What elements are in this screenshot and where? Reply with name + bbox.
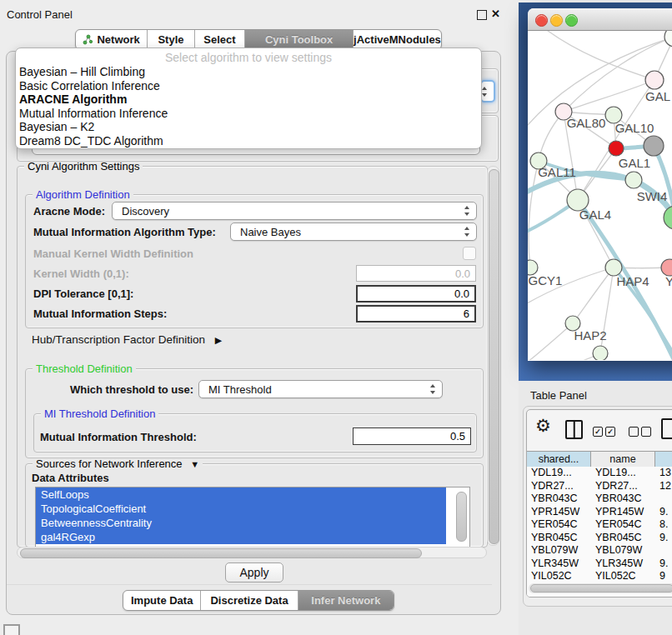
- attribute-item[interactable]: BetweennessCentrality: [36, 516, 446, 530]
- control-panel-title: Control Panel: [7, 8, 73, 21]
- algorithm-dropdown-popup: Select algorithm to view settings Bayesi…: [15, 48, 482, 149]
- network-edge[interactable]: [573, 268, 614, 323]
- table-cell: YBL079W: [527, 544, 591, 558]
- sources-group-title[interactable]: Sources for Network Inference ▼: [33, 458, 203, 470]
- tab-cyni-toolbox[interactable]: Cyni Toolbox: [245, 30, 354, 49]
- sources-title-label: Sources for Network Inference: [36, 458, 183, 470]
- mi-steps-field[interactable]: 6: [356, 305, 476, 322]
- network-edge[interactable]: [529, 161, 539, 268]
- table-row[interactable]: YDL19...YDL19...13: [527, 467, 672, 480]
- algorithm-combo-spinner[interactable]: [480, 80, 495, 102]
- table-row[interactable]: YER054CYER054C8.: [527, 518, 672, 532]
- algorithm-option[interactable]: Basic Correlation Inference: [16, 79, 481, 93]
- network-canvas[interactable]: GALGAL80GAL10GAL1GAL11SWI4GAL4GCY1HAP4YH…: [528, 31, 672, 360]
- algorithm-option[interactable]: Bayesian – Hill Climbing: [16, 65, 481, 79]
- network-node-gal1[interactable]: [609, 141, 624, 156]
- zoom-traffic-light-icon[interactable]: [565, 14, 578, 27]
- network-node-y[interactable]: [661, 259, 672, 276]
- attribute-item[interactable]: TopologicalCoefficient: [36, 502, 446, 516]
- docked-panel-icon[interactable]: [3, 624, 20, 635]
- table-cell: YLR345W: [527, 558, 591, 571]
- tab-impute-data[interactable]: Impute Data: [123, 591, 201, 610]
- settings-hscrollbar-thumb[interactable]: [20, 548, 422, 558]
- columns-icon[interactable]: [565, 420, 583, 439]
- checked-checkbox-icon[interactable]: ✓: [593, 427, 603, 437]
- network-node[interactable]: [664, 206, 672, 229]
- table-hscrollbar-track[interactable]: [529, 583, 672, 593]
- table-cell: YER054C: [591, 518, 655, 532]
- network-edge[interactable]: [541, 31, 654, 80]
- close-traffic-light-icon[interactable]: [535, 14, 548, 27]
- table-row[interactable]: YBR043CYBR043C: [527, 492, 672, 506]
- tab-discretize-data[interactable]: Discretize Data: [201, 591, 298, 610]
- tab-infer-network[interactable]: Infer Network: [298, 591, 394, 610]
- attribute-item[interactable]: SelfLoops: [36, 488, 446, 502]
- network-node[interactable]: [593, 346, 608, 360]
- node-label: GAL4: [579, 208, 611, 222]
- close-icon[interactable]: ✕: [491, 8, 500, 20]
- unchecked-checkbox-icon[interactable]: [629, 427, 639, 437]
- network-node[interactable]: [644, 136, 664, 156]
- network-edge[interactable]: [528, 353, 600, 360]
- table-row[interactable]: YBR045CYBR045C9.: [527, 532, 672, 545]
- node-label: Y: [665, 274, 672, 288]
- table-row[interactable]: YDR27...YDR27...12: [527, 480, 672, 493]
- network-edge[interactable]: [564, 80, 654, 112]
- mi-steps-label: Mutual Information Steps:: [33, 308, 167, 320]
- table-panel-inner: ⚙ ✓ ✓ shared...name YDL19...YDL19...13YD…: [526, 409, 672, 598]
- network-node-swi4[interactable]: [625, 172, 642, 188]
- network-edge[interactable]: [528, 323, 573, 360]
- network-window[interactable]: GALGAL80GAL10GAL1GAL11SWI4GAL4GCY1HAP4YH…: [528, 8, 672, 361]
- table-row[interactable]: YIL052CYIL052C9: [527, 570, 672, 583]
- network-node-hap4[interactable]: [605, 259, 622, 276]
- node-label: GAL1: [619, 156, 650, 170]
- table-cell: YBR045C: [527, 532, 591, 545]
- table-cell: YDL19...: [591, 467, 655, 480]
- column-header[interactable]: shared...: [527, 452, 591, 467]
- tab-label: Discretize Data: [210, 594, 288, 607]
- algorithm-option[interactable]: ARACNE Algorithm: [16, 92, 481, 107]
- hub-definition-expander[interactable]: Hub/Transcription Factor Definition ▶: [32, 333, 222, 346]
- tab-select[interactable]: Select: [195, 30, 245, 49]
- data-attributes-list[interactable]: SelfLoopsTopologicalCoefficientBetweenne…: [35, 487, 470, 548]
- network-node-gal[interactable]: [645, 71, 664, 89]
- aracne-mode-combo[interactable]: Discovery: [112, 202, 477, 220]
- manual-kernel-width-checkbox[interactable]: [463, 247, 476, 260]
- mi-algorithm-type-combo[interactable]: Naive Bayes: [230, 222, 477, 241]
- attribute-item[interactable]: gal4RGexp: [36, 530, 446, 544]
- network-window-titlebar[interactable]: [528, 8, 672, 31]
- tab-style[interactable]: Style: [148, 30, 194, 49]
- minimize-traffic-light-icon[interactable]: [550, 14, 563, 27]
- table-row[interactable]: YPR145WYPR145W9.: [527, 506, 672, 519]
- table-hscrollbar-thumb[interactable]: [530, 584, 672, 592]
- table-cell: YLR345W: [591, 558, 655, 571]
- algorithm-option[interactable]: Mutual Information Inference: [16, 107, 481, 121]
- algorithm-option[interactable]: Dream8 DC_TDC Algorithm: [16, 134, 481, 148]
- settings-hscrollbar-track[interactable]: [17, 547, 487, 558]
- checked-checkbox-icon[interactable]: ✓: [605, 427, 615, 437]
- float-window-icon[interactable]: [477, 10, 487, 20]
- kernel-width-field[interactable]: 0.0: [356, 265, 476, 282]
- settings-vscrollbar-track[interactable]: [487, 166, 499, 546]
- network-node[interactable]: [664, 31, 672, 47]
- unchecked-checkbox-icon[interactable]: [641, 427, 651, 437]
- document-icon[interactable]: [661, 418, 672, 439]
- gear-icon[interactable]: ⚙: [535, 417, 551, 434]
- column-header[interactable]: name: [591, 452, 655, 467]
- algorithm-option[interactable]: Bayesian – K2: [16, 120, 481, 134]
- column-header[interactable]: [655, 452, 672, 467]
- mi-threshold-field[interactable]: 0.5: [353, 428, 471, 445]
- panel-divider: [7, 584, 492, 585]
- table-row[interactable]: YBL079WYBL079W: [527, 544, 672, 558]
- network-canvas-svg: GALGAL80GAL10GAL1GAL11SWI4GAL4GCY1HAP4YH…: [528, 31, 672, 360]
- tab-jactivemnodules[interactable]: jActiveMNodules: [354, 30, 441, 49]
- dpi-tolerance-field[interactable]: 0.0: [356, 285, 476, 302]
- tab-network[interactable]: Network: [76, 30, 148, 49]
- table-row[interactable]: YLR345WYLR345W9.: [527, 558, 672, 571]
- attributes-scrollbar-thumb[interactable]: [456, 492, 467, 542]
- apply-button[interactable]: Apply: [225, 562, 283, 582]
- which-threshold-combo[interactable]: MI Threshold: [198, 380, 443, 398]
- mi-algorithm-type-value: Naive Bayes: [240, 226, 301, 238]
- settings-vscrollbar-thumb[interactable]: [489, 169, 499, 544]
- table-cell: YDR27...: [527, 480, 591, 493]
